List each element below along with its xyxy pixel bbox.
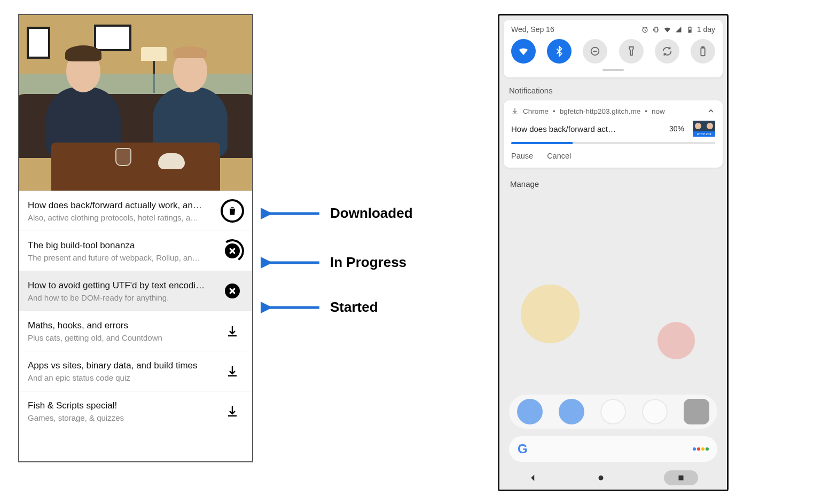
download-button[interactable] bbox=[220, 359, 245, 383]
camera-app-icon[interactable] bbox=[684, 399, 709, 424]
trash-icon bbox=[221, 199, 244, 223]
episode-title: How to avoid getting UTF'd by text encod… bbox=[28, 280, 215, 291]
arrow-icon bbox=[261, 207, 319, 220]
episode-subtitle: Games, storage, & quizzes bbox=[28, 413, 215, 422]
download-icon bbox=[226, 365, 239, 377]
notification-time: now bbox=[652, 107, 665, 115]
episode-row[interactable]: How does back/forward actually work, an…… bbox=[19, 191, 252, 231]
episode-row[interactable]: How to avoid getting UTF'd by text encod… bbox=[19, 271, 252, 311]
notification-percent: 30% bbox=[669, 124, 684, 133]
annotation-inprogress: In Progress bbox=[261, 254, 406, 271]
status-icons: 1 day bbox=[641, 25, 715, 34]
download-icon bbox=[226, 405, 239, 418]
rotate-icon bbox=[661, 45, 673, 57]
back-button[interactable] bbox=[528, 473, 538, 483]
episode-title: Apps vs sites, binary data, and build ti… bbox=[28, 360, 215, 371]
app-dock bbox=[509, 395, 717, 429]
hero-image bbox=[19, 15, 252, 191]
episode-title: The big build-tool bonanza bbox=[28, 240, 215, 251]
battery-text: 1 day bbox=[697, 25, 715, 34]
assistant-icon[interactable] bbox=[693, 447, 709, 451]
annotation-label: In Progress bbox=[330, 254, 406, 271]
recents-button[interactable] bbox=[664, 470, 698, 485]
annotation-label: Downloaded bbox=[330, 205, 413, 222]
cancel-download-button[interactable] bbox=[220, 279, 245, 303]
annotation-label: Started bbox=[330, 299, 378, 316]
episode-title: How does back/forward actually work, an… bbox=[28, 200, 215, 211]
progress-fill bbox=[511, 142, 573, 144]
manage-button[interactable]: Manage bbox=[499, 168, 727, 200]
flashlight-icon bbox=[625, 45, 637, 57]
chrome-app-icon[interactable] bbox=[642, 399, 668, 424]
cancel-icon bbox=[225, 284, 240, 298]
wifi-icon bbox=[663, 26, 671, 34]
arrow-icon bbox=[261, 256, 319, 269]
notification-title: How does back/forward act… bbox=[511, 124, 664, 133]
annotation-started: Started bbox=[261, 299, 378, 316]
svg-rect-6 bbox=[689, 26, 691, 27]
download-button[interactable] bbox=[220, 319, 245, 343]
system-nav-bar bbox=[499, 466, 727, 490]
home-button[interactable] bbox=[596, 473, 606, 483]
signal-icon bbox=[675, 26, 683, 34]
episode-title: Fish & Scripts special! bbox=[28, 400, 215, 411]
arrow-icon bbox=[261, 301, 319, 314]
svg-rect-12 bbox=[678, 476, 683, 481]
phone-frame: Wed, Sep 16 1 day Notifications Chrome bbox=[498, 14, 729, 491]
play-store-app-icon[interactable] bbox=[600, 399, 626, 424]
delete-download-button[interactable] bbox=[220, 199, 245, 223]
episode-row[interactable]: Maths, hooks, and errors Plus cats, gett… bbox=[19, 311, 252, 351]
wifi-icon bbox=[518, 45, 529, 57]
episode-subtitle: The present and future of webpack, Rollu… bbox=[28, 253, 215, 262]
quick-settings-card: Wed, Sep 16 1 day bbox=[504, 20, 723, 77]
download-icon bbox=[226, 325, 239, 337]
download-button[interactable] bbox=[220, 399, 245, 423]
bluetooth-toggle[interactable] bbox=[547, 39, 572, 64]
home-background: G bbox=[499, 322, 727, 466]
dnd-toggle[interactable] bbox=[583, 39, 607, 64]
cancel-icon bbox=[225, 243, 240, 258]
episode-subtitle: Also, active clothing protocols, hotel r… bbox=[28, 213, 215, 222]
battery-saver-toggle[interactable] bbox=[691, 39, 715, 64]
bluetooth-icon bbox=[553, 45, 565, 57]
vibrate-icon bbox=[652, 26, 660, 34]
cancel-button[interactable]: Cancel bbox=[547, 152, 571, 160]
episode-row[interactable]: The big build-tool bonanza The present a… bbox=[19, 231, 252, 271]
wifi-toggle[interactable] bbox=[511, 39, 536, 64]
download-notification[interactable]: Chrome • bgfetch-http203.glitch.me • now… bbox=[504, 100, 723, 168]
svg-point-11 bbox=[598, 476, 603, 481]
autorotate-toggle[interactable] bbox=[655, 39, 679, 64]
messages-app-icon[interactable] bbox=[559, 399, 584, 424]
episode-row[interactable]: Fish & Scripts special! Games, storage, … bbox=[19, 391, 252, 431]
episode-list-panel: How does back/forward actually work, an…… bbox=[18, 14, 253, 462]
cancel-download-button[interactable] bbox=[220, 239, 245, 263]
episode-subtitle: And how to be DOM-ready for anything. bbox=[28, 293, 215, 302]
notifications-header: Notifications bbox=[499, 77, 727, 100]
square-icon bbox=[676, 473, 686, 483]
drag-handle[interactable] bbox=[602, 69, 624, 71]
notification-source: bgfetch-http203.glitch.me bbox=[560, 107, 641, 115]
google-logo-icon: G bbox=[518, 442, 528, 456]
svg-rect-9 bbox=[701, 48, 705, 56]
pause-button[interactable]: Pause bbox=[511, 152, 533, 160]
svg-rect-4 bbox=[655, 27, 658, 32]
search-bar[interactable]: G bbox=[509, 436, 717, 462]
notification-thumbnail: HTTP 203 bbox=[693, 121, 715, 137]
alarm-icon bbox=[641, 26, 649, 34]
battery-icon bbox=[686, 26, 694, 34]
battery-icon bbox=[697, 45, 709, 57]
episode-row[interactable]: Apps vs sites, binary data, and build ti… bbox=[19, 351, 252, 391]
episode-title: Maths, hooks, and errors bbox=[28, 320, 215, 331]
progress-bar bbox=[511, 142, 715, 144]
svg-rect-7 bbox=[688, 29, 691, 32]
phone-app-icon[interactable] bbox=[517, 399, 543, 424]
status-date: Wed, Sep 16 bbox=[511, 25, 554, 34]
dnd-icon bbox=[589, 45, 601, 57]
notification-app: Chrome bbox=[523, 107, 549, 115]
download-icon bbox=[511, 107, 519, 115]
flashlight-toggle[interactable] bbox=[619, 39, 644, 64]
annotation-downloaded: Downloaded bbox=[261, 205, 413, 222]
svg-rect-10 bbox=[702, 47, 704, 48]
chevron-up-icon[interactable] bbox=[707, 107, 715, 115]
episode-subtitle: And an epic status code quiz bbox=[28, 373, 215, 382]
